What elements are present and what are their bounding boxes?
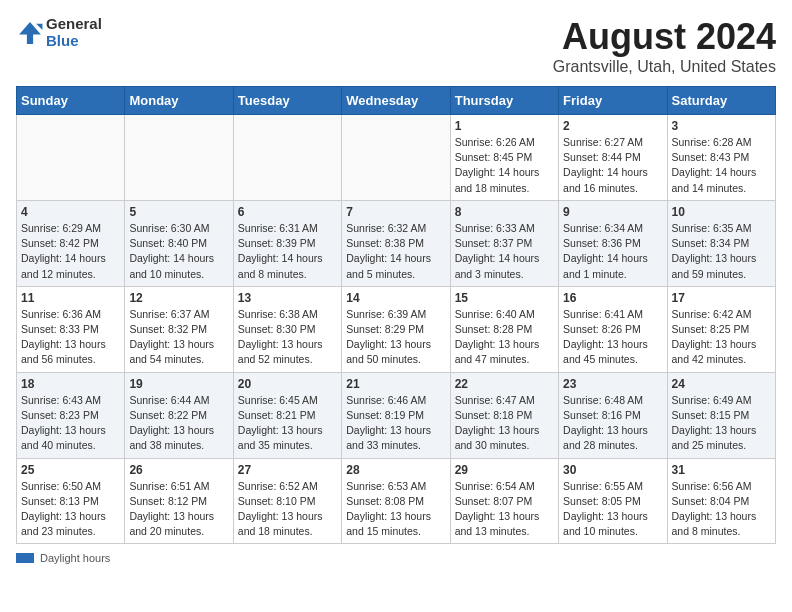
calendar-cell: 3Sunrise: 6:28 AM Sunset: 8:43 PM Daylig…	[667, 115, 775, 201]
day-info: Sunrise: 6:50 AM Sunset: 8:13 PM Dayligh…	[21, 479, 120, 540]
day-info: Sunrise: 6:40 AM Sunset: 8:28 PM Dayligh…	[455, 307, 554, 368]
calendar-cell	[233, 115, 341, 201]
day-number: 30	[563, 463, 662, 477]
calendar-cell: 12Sunrise: 6:37 AM Sunset: 8:32 PM Dayli…	[125, 286, 233, 372]
day-info: Sunrise: 6:30 AM Sunset: 8:40 PM Dayligh…	[129, 221, 228, 282]
day-number: 5	[129, 205, 228, 219]
calendar-cell: 22Sunrise: 6:47 AM Sunset: 8:18 PM Dayli…	[450, 372, 558, 458]
col-header-wednesday: Wednesday	[342, 87, 450, 115]
day-number: 17	[672, 291, 771, 305]
calendar-cell: 15Sunrise: 6:40 AM Sunset: 8:28 PM Dayli…	[450, 286, 558, 372]
calendar-cell: 16Sunrise: 6:41 AM Sunset: 8:26 PM Dayli…	[559, 286, 667, 372]
day-info: Sunrise: 6:36 AM Sunset: 8:33 PM Dayligh…	[21, 307, 120, 368]
day-number: 7	[346, 205, 445, 219]
calendar-cell: 30Sunrise: 6:55 AM Sunset: 8:05 PM Dayli…	[559, 458, 667, 544]
calendar-cell: 26Sunrise: 6:51 AM Sunset: 8:12 PM Dayli…	[125, 458, 233, 544]
header-row: SundayMondayTuesdayWednesdayThursdayFrid…	[17, 87, 776, 115]
day-number: 12	[129, 291, 228, 305]
day-info: Sunrise: 6:37 AM Sunset: 8:32 PM Dayligh…	[129, 307, 228, 368]
day-number: 4	[21, 205, 120, 219]
title-area: August 2024 Grantsville, Utah, United St…	[553, 16, 776, 76]
main-title: August 2024	[553, 16, 776, 58]
day-info: Sunrise: 6:54 AM Sunset: 8:07 PM Dayligh…	[455, 479, 554, 540]
day-info: Sunrise: 6:47 AM Sunset: 8:18 PM Dayligh…	[455, 393, 554, 454]
day-info: Sunrise: 6:49 AM Sunset: 8:15 PM Dayligh…	[672, 393, 771, 454]
calendar-cell: 28Sunrise: 6:53 AM Sunset: 8:08 PM Dayli…	[342, 458, 450, 544]
day-number: 1	[455, 119, 554, 133]
day-number: 27	[238, 463, 337, 477]
day-number: 14	[346, 291, 445, 305]
week-row-2: 4Sunrise: 6:29 AM Sunset: 8:42 PM Daylig…	[17, 200, 776, 286]
day-info: Sunrise: 6:32 AM Sunset: 8:38 PM Dayligh…	[346, 221, 445, 282]
calendar-cell: 6Sunrise: 6:31 AM Sunset: 8:39 PM Daylig…	[233, 200, 341, 286]
calendar-table: SundayMondayTuesdayWednesdayThursdayFrid…	[16, 86, 776, 544]
day-info: Sunrise: 6:26 AM Sunset: 8:45 PM Dayligh…	[455, 135, 554, 196]
calendar-cell: 17Sunrise: 6:42 AM Sunset: 8:25 PM Dayli…	[667, 286, 775, 372]
day-info: Sunrise: 6:29 AM Sunset: 8:42 PM Dayligh…	[21, 221, 120, 282]
daylight-bar-icon	[16, 553, 34, 563]
calendar-cell: 18Sunrise: 6:43 AM Sunset: 8:23 PM Dayli…	[17, 372, 125, 458]
col-header-saturday: Saturday	[667, 87, 775, 115]
day-number: 24	[672, 377, 771, 391]
day-number: 6	[238, 205, 337, 219]
calendar-cell: 11Sunrise: 6:36 AM Sunset: 8:33 PM Dayli…	[17, 286, 125, 372]
calendar-cell: 1Sunrise: 6:26 AM Sunset: 8:45 PM Daylig…	[450, 115, 558, 201]
day-number: 3	[672, 119, 771, 133]
day-number: 28	[346, 463, 445, 477]
calendar-cell: 2Sunrise: 6:27 AM Sunset: 8:44 PM Daylig…	[559, 115, 667, 201]
calendar-cell	[125, 115, 233, 201]
week-row-3: 11Sunrise: 6:36 AM Sunset: 8:33 PM Dayli…	[17, 286, 776, 372]
logo: General Blue	[16, 16, 102, 49]
day-info: Sunrise: 6:41 AM Sunset: 8:26 PM Dayligh…	[563, 307, 662, 368]
day-info: Sunrise: 6:27 AM Sunset: 8:44 PM Dayligh…	[563, 135, 662, 196]
day-number: 9	[563, 205, 662, 219]
day-number: 15	[455, 291, 554, 305]
day-info: Sunrise: 6:34 AM Sunset: 8:36 PM Dayligh…	[563, 221, 662, 282]
week-row-5: 25Sunrise: 6:50 AM Sunset: 8:13 PM Dayli…	[17, 458, 776, 544]
day-info: Sunrise: 6:48 AM Sunset: 8:16 PM Dayligh…	[563, 393, 662, 454]
logo-text: General Blue	[46, 16, 102, 49]
day-number: 11	[21, 291, 120, 305]
daylight-label: Daylight hours	[40, 552, 110, 564]
calendar-cell: 25Sunrise: 6:50 AM Sunset: 8:13 PM Dayli…	[17, 458, 125, 544]
day-number: 2	[563, 119, 662, 133]
day-number: 10	[672, 205, 771, 219]
day-number: 31	[672, 463, 771, 477]
calendar-cell: 20Sunrise: 6:45 AM Sunset: 8:21 PM Dayli…	[233, 372, 341, 458]
calendar-cell: 23Sunrise: 6:48 AM Sunset: 8:16 PM Dayli…	[559, 372, 667, 458]
logo-general-text: General	[46, 16, 102, 33]
calendar-cell: 27Sunrise: 6:52 AM Sunset: 8:10 PM Dayli…	[233, 458, 341, 544]
calendar-cell: 24Sunrise: 6:49 AM Sunset: 8:15 PM Dayli…	[667, 372, 775, 458]
day-number: 19	[129, 377, 228, 391]
day-number: 22	[455, 377, 554, 391]
subtitle: Grantsville, Utah, United States	[553, 58, 776, 76]
day-info: Sunrise: 6:28 AM Sunset: 8:43 PM Dayligh…	[672, 135, 771, 196]
week-row-1: 1Sunrise: 6:26 AM Sunset: 8:45 PM Daylig…	[17, 115, 776, 201]
day-info: Sunrise: 6:55 AM Sunset: 8:05 PM Dayligh…	[563, 479, 662, 540]
day-number: 26	[129, 463, 228, 477]
day-number: 16	[563, 291, 662, 305]
day-info: Sunrise: 6:31 AM Sunset: 8:39 PM Dayligh…	[238, 221, 337, 282]
day-number: 29	[455, 463, 554, 477]
day-info: Sunrise: 6:44 AM Sunset: 8:22 PM Dayligh…	[129, 393, 228, 454]
calendar-cell: 8Sunrise: 6:33 AM Sunset: 8:37 PM Daylig…	[450, 200, 558, 286]
calendar-cell: 7Sunrise: 6:32 AM Sunset: 8:38 PM Daylig…	[342, 200, 450, 286]
col-header-thursday: Thursday	[450, 87, 558, 115]
calendar-cell: 4Sunrise: 6:29 AM Sunset: 8:42 PM Daylig…	[17, 200, 125, 286]
day-number: 13	[238, 291, 337, 305]
day-number: 8	[455, 205, 554, 219]
calendar-cell: 31Sunrise: 6:56 AM Sunset: 8:04 PM Dayli…	[667, 458, 775, 544]
calendar-cell: 29Sunrise: 6:54 AM Sunset: 8:07 PM Dayli…	[450, 458, 558, 544]
day-info: Sunrise: 6:39 AM Sunset: 8:29 PM Dayligh…	[346, 307, 445, 368]
day-info: Sunrise: 6:35 AM Sunset: 8:34 PM Dayligh…	[672, 221, 771, 282]
footer-note: Daylight hours	[16, 552, 776, 564]
day-number: 21	[346, 377, 445, 391]
col-header-friday: Friday	[559, 87, 667, 115]
day-number: 23	[563, 377, 662, 391]
calendar-cell: 13Sunrise: 6:38 AM Sunset: 8:30 PM Dayli…	[233, 286, 341, 372]
day-number: 18	[21, 377, 120, 391]
logo-icon	[16, 19, 44, 47]
calendar-cell: 14Sunrise: 6:39 AM Sunset: 8:29 PM Dayli…	[342, 286, 450, 372]
day-info: Sunrise: 6:51 AM Sunset: 8:12 PM Dayligh…	[129, 479, 228, 540]
calendar-cell: 10Sunrise: 6:35 AM Sunset: 8:34 PM Dayli…	[667, 200, 775, 286]
